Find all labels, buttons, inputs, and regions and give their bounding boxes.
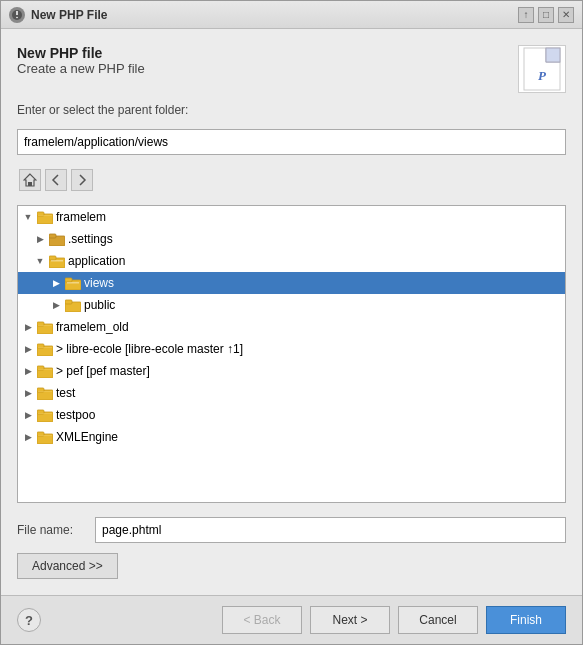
folder-label: Enter or select the parent folder:	[17, 103, 566, 117]
folder-icon-public	[65, 297, 81, 313]
tree-item-settings[interactable]: ▶ .settings	[18, 228, 565, 250]
app-icon	[9, 7, 25, 23]
svg-rect-36	[38, 413, 52, 414]
svg-rect-19	[67, 282, 79, 284]
tree-item-libre-ecole[interactable]: ▶ > libre-ecole [libre-ecole master ↑1]	[18, 338, 565, 360]
svg-rect-18	[65, 278, 72, 282]
tree-label-test: test	[56, 386, 75, 400]
expand-icon-testpoo: ▶	[22, 409, 34, 421]
folder-icon-settings	[49, 231, 65, 247]
wizard-title: New PHP file	[17, 45, 145, 61]
svg-rect-27	[38, 347, 52, 348]
svg-rect-30	[38, 369, 52, 370]
svg-rect-24	[38, 325, 52, 326]
home-button[interactable]	[19, 169, 41, 191]
php-file-icon: P	[518, 45, 566, 93]
cancel-button[interactable]: Cancel	[398, 606, 478, 634]
svg-rect-39	[38, 435, 52, 436]
tree-label-views: views	[84, 276, 114, 290]
dialog-content: New PHP file Create a new PHP file P Ent…	[1, 29, 582, 595]
folder-tree[interactable]: ▼ framelem ▶	[17, 205, 566, 503]
folder-icon-views	[65, 275, 81, 291]
button-bar: ? < Back Next > Cancel Finish	[1, 595, 582, 644]
header-area: New PHP file Create a new PHP file P	[17, 45, 566, 93]
tree-label-pef: > pef [pef master]	[56, 364, 150, 378]
minimize-button[interactable]: ↑	[518, 7, 534, 23]
title-bar-controls: ↑ □ ✕	[518, 7, 574, 23]
expand-icon-xmlengine: ▶	[22, 431, 34, 443]
title-bar-text: New PHP File	[31, 8, 107, 22]
folder-icon-application	[49, 253, 65, 269]
svg-point-2	[16, 16, 18, 18]
project-icon-test	[37, 385, 53, 401]
project-icon-xmlengine	[37, 429, 53, 445]
wizard-subtitle: Create a new PHP file	[17, 61, 145, 76]
expand-icon-framelem-old: ▶	[22, 321, 34, 333]
tree-label-testpoo: testpoo	[56, 408, 95, 422]
project-icon-framelem	[37, 209, 53, 225]
tree-item-views[interactable]: ▶ views	[18, 272, 565, 294]
svg-rect-15	[49, 256, 56, 260]
advanced-button[interactable]: Advanced >>	[17, 553, 118, 579]
tree-item-xmlengine[interactable]: ▶ XMLEngine	[18, 426, 565, 448]
tree-label-settings: .settings	[68, 232, 113, 246]
bottom-area: File name: Advanced >>	[17, 517, 566, 579]
tree-item-public[interactable]: ▶ public	[18, 294, 565, 316]
filename-input[interactable]	[95, 517, 566, 543]
tree-item-framelem-old[interactable]: ▶ framelem_old	[18, 316, 565, 338]
path-input[interactable]	[17, 129, 566, 155]
project-icon-pef	[37, 363, 53, 379]
project-icon-libre-ecole	[37, 341, 53, 357]
filename-label: File name:	[17, 523, 87, 537]
tree-item-framelem[interactable]: ▼ framelem	[18, 206, 565, 228]
svg-rect-8	[28, 182, 32, 186]
tree-item-testpoo[interactable]: ▶ testpoo	[18, 404, 565, 426]
tree-item-application[interactable]: ▼ application	[18, 250, 565, 272]
back-button[interactable]	[45, 169, 67, 191]
back-button[interactable]: < Back	[222, 606, 302, 634]
header-text: New PHP file Create a new PHP file	[17, 45, 145, 76]
tree-label-framelem-old: framelem_old	[56, 320, 129, 334]
project-icon-testpoo	[37, 407, 53, 423]
tree-item-test[interactable]: ▶ test	[18, 382, 565, 404]
next-button[interactable]: Next >	[310, 606, 390, 634]
svg-text:P: P	[538, 68, 547, 83]
tree-label-framelem: framelem	[56, 210, 106, 224]
svg-rect-11	[38, 215, 52, 216]
close-button[interactable]: ✕	[558, 7, 574, 23]
dialog-window: New PHP File ↑ □ ✕ New PHP file Create a…	[0, 0, 583, 645]
project-icon-framelem-old	[37, 319, 53, 335]
finish-button[interactable]: Finish	[486, 606, 566, 634]
svg-rect-5	[546, 48, 560, 62]
svg-rect-13	[49, 234, 56, 238]
svg-rect-16	[51, 260, 63, 262]
svg-rect-21	[65, 300, 72, 304]
tree-label-xmlengine: XMLEngine	[56, 430, 118, 444]
tree-label-public: public	[84, 298, 115, 312]
svg-rect-33	[38, 391, 52, 392]
expand-icon-framelem: ▼	[22, 211, 34, 223]
tree-label-application: application	[68, 254, 125, 268]
expand-icon-application: ▼	[34, 255, 46, 267]
tree-label-libre-ecole: > libre-ecole [libre-ecole master ↑1]	[56, 342, 243, 356]
help-button[interactable]: ?	[17, 608, 41, 632]
forward-button[interactable]	[71, 169, 93, 191]
title-bar: New PHP File ↑ □ ✕	[1, 1, 582, 29]
filename-row: File name:	[17, 517, 566, 543]
restore-button[interactable]: □	[538, 7, 554, 23]
expand-icon-test: ▶	[22, 387, 34, 399]
expand-icon-settings: ▶	[34, 233, 46, 245]
tree-item-pef[interactable]: ▶ > pef [pef master]	[18, 360, 565, 382]
expand-icon-public: ▶	[50, 299, 62, 311]
tree-toolbar	[17, 165, 566, 195]
expand-icon-pef: ▶	[22, 365, 34, 377]
expand-icon-views: ▶	[50, 277, 62, 289]
expand-icon-libre-ecole: ▶	[22, 343, 34, 355]
